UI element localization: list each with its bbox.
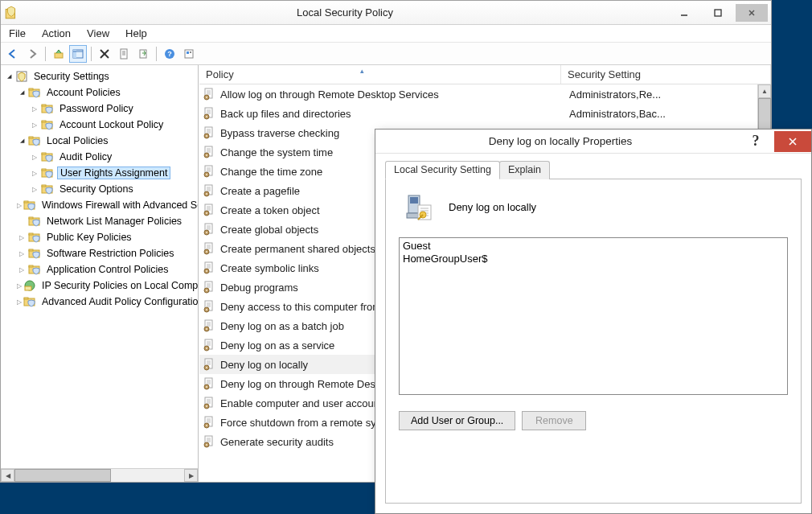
tree-node[interactable]: Audit Policy: [1, 149, 198, 165]
refresh-button[interactable]: [180, 45, 198, 63]
toolbar-separator: [156, 47, 157, 61]
expander-icon[interactable]: [30, 104, 39, 113]
scroll-track[interactable]: [14, 469, 184, 482]
policy-item-icon: [203, 377, 215, 390]
minimize-button[interactable]: [668, 4, 700, 22]
expander-icon[interactable]: [4, 72, 14, 81]
export-button[interactable]: [134, 45, 152, 63]
expander-icon[interactable]: [17, 232, 27, 242]
tree-node[interactable]: Network List Manager Policies: [1, 213, 198, 229]
add-user-or-group-button[interactable]: Add User or Group...: [399, 411, 515, 430]
expander-icon[interactable]: [17, 200, 22, 210]
policy-item-icon: [203, 435, 215, 448]
tree-node[interactable]: Password Policy: [1, 101, 198, 117]
tab-explain[interactable]: Explain: [499, 161, 550, 179]
svg-rect-25: [42, 105, 46, 106]
tree-node[interactable]: IP Security Policies on Local Computer: [1, 278, 198, 294]
policy-row[interactable]: Allow log on through Remote Desktop Serv…: [199, 84, 771, 104]
maximize-button[interactable]: [702, 4, 734, 22]
tree-node[interactable]: User Rights Assignment: [1, 165, 198, 181]
svg-rect-5: [55, 53, 63, 58]
close-button[interactable]: [736, 4, 768, 22]
tree-node[interactable]: Account Lockout Policy: [1, 117, 198, 133]
user-list[interactable]: GuestHomeGroupUser$: [399, 237, 788, 395]
policy-item-icon: [203, 146, 215, 158]
column-policy[interactable]: Policy: [199, 65, 561, 84]
policy-item-icon: [203, 358, 215, 371]
scroll-left-icon[interactable]: ◀: [1, 469, 14, 482]
shield-folder-icon: [41, 167, 54, 179]
tree-node-label: Software Restriction Policies: [44, 248, 176, 259]
expander-icon[interactable]: [30, 168, 39, 178]
policy-row[interactable]: Back up files and directoriesAdministrat…: [199, 104, 771, 123]
tree-node[interactable]: Windows Firewall with Advanced Security: [1, 197, 198, 213]
expander-icon[interactable]: [17, 297, 22, 306]
svg-point-73: [206, 154, 207, 156]
tree-node-label: Network List Manager Policies: [44, 216, 184, 227]
svg-point-55: [206, 97, 207, 98]
user-list-item[interactable]: HomeGroupUser$: [403, 253, 784, 265]
svg-point-145: [206, 386, 207, 388]
tree-node[interactable]: Security Settings: [1, 68, 198, 84]
svg-rect-29: [29, 137, 33, 138]
tab-strip: Local Security Setting Explain: [385, 160, 802, 179]
policy-item-icon: [203, 397, 215, 409]
expander-icon[interactable]: [17, 136, 27, 146]
shield-folder-icon: [28, 215, 41, 228]
dialog-close-button[interactable]: [774, 131, 811, 152]
expander-icon[interactable]: [17, 249, 27, 258]
properties-button[interactable]: [115, 45, 133, 63]
properties-dialog: Deny log on locally Properties ? Local S…: [375, 129, 812, 514]
dialog-button-row: Add User or Group... Remove: [399, 411, 788, 430]
svg-point-121: [206, 309, 207, 310]
svg-rect-19: [187, 51, 189, 54]
scroll-thumb[interactable]: [14, 469, 111, 482]
tree-node-label: Local Policies: [44, 135, 110, 146]
toolbar-separator: [91, 47, 92, 61]
svg-point-103: [206, 251, 207, 253]
policy-item-icon: [203, 319, 215, 332]
expander-icon[interactable]: [30, 184, 39, 194]
tree-node[interactable]: Application Control Policies: [1, 261, 198, 278]
tree-node[interactable]: Security Options: [1, 181, 198, 197]
delete-button[interactable]: [96, 45, 113, 63]
scroll-up-icon[interactable]: ▲: [758, 84, 771, 98]
tree-node[interactable]: Software Restriction Policies: [1, 245, 198, 261]
forward-button[interactable]: [23, 45, 41, 63]
tree-node-label: Account Policies: [44, 87, 123, 98]
remove-button[interactable]: Remove: [522, 411, 586, 430]
menu-file[interactable]: File: [6, 26, 29, 41]
svg-point-139: [206, 367, 207, 368]
tab-local-security-setting[interactable]: Local Security Setting: [385, 161, 500, 179]
expander-icon[interactable]: [17, 281, 22, 290]
list-header: Policy Security Setting: [199, 65, 771, 84]
policy-item-icon: [203, 107, 215, 120]
policy-item-icon: [203, 88, 215, 101]
tree-node[interactable]: Account Policies: [1, 84, 198, 101]
tree-node-label: Audit Policy: [57, 151, 114, 162]
tree-horizontal-scrollbar[interactable]: ◀ ▶: [1, 468, 198, 482]
dialog-help-button[interactable]: ?: [737, 131, 774, 152]
tree-node[interactable]: Local Policies: [1, 133, 198, 149]
tree-node[interactable]: Advanced Audit Policy Configuration: [1, 294, 198, 310]
back-button[interactable]: [4, 45, 22, 63]
menu-help[interactable]: Help: [122, 26, 150, 41]
help-button[interactable]: ?: [161, 45, 178, 63]
menu-action[interactable]: Action: [39, 26, 74, 41]
tree-node[interactable]: Public Key Policies: [1, 229, 198, 245]
scroll-right-icon[interactable]: ▶: [184, 469, 198, 482]
menu-view[interactable]: View: [84, 26, 113, 41]
show-hide-tree-button[interactable]: [69, 45, 87, 63]
expander-icon[interactable]: [30, 152, 39, 162]
expander-icon[interactable]: [30, 120, 39, 130]
shield-folder-icon: [41, 150, 54, 163]
policy-name-label: Deny log on locally: [449, 201, 536, 213]
expander-icon[interactable]: [17, 88, 27, 97]
expander-icon[interactable]: [17, 265, 27, 274]
window-title: Local Security Policy: [23, 6, 666, 19]
column-security-setting[interactable]: Security Setting: [561, 65, 771, 84]
policy-item-icon: [203, 339, 215, 352]
svg-point-115: [206, 290, 207, 291]
up-button[interactable]: [50, 45, 68, 63]
user-list-item[interactable]: Guest: [403, 240, 784, 253]
